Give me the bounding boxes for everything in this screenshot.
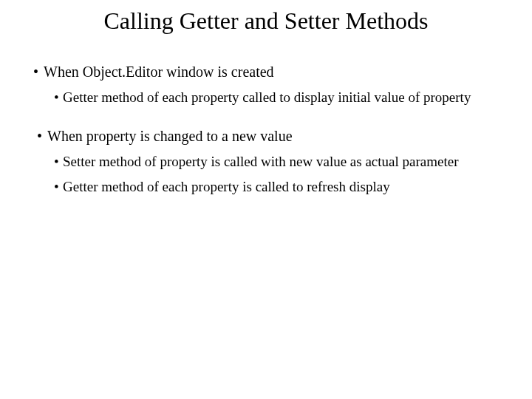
slide-body: When Object.Editor window is created Get… [0,63,532,195]
bullet-level2: Getter method of each property is called… [54,178,477,196]
slide: Calling Getter and Setter Methods When O… [0,0,532,399]
bullet-level1: When property is changed to a new value [33,127,499,146]
bullet-level2: Setter method of property is called with… [54,153,477,171]
bullet-level2: Getter method of each property called to… [54,89,477,106]
bullet-level1: When Object.Editor window is created [33,63,499,81]
slide-title: Calling Getter and Setter Methods [0,0,532,52]
